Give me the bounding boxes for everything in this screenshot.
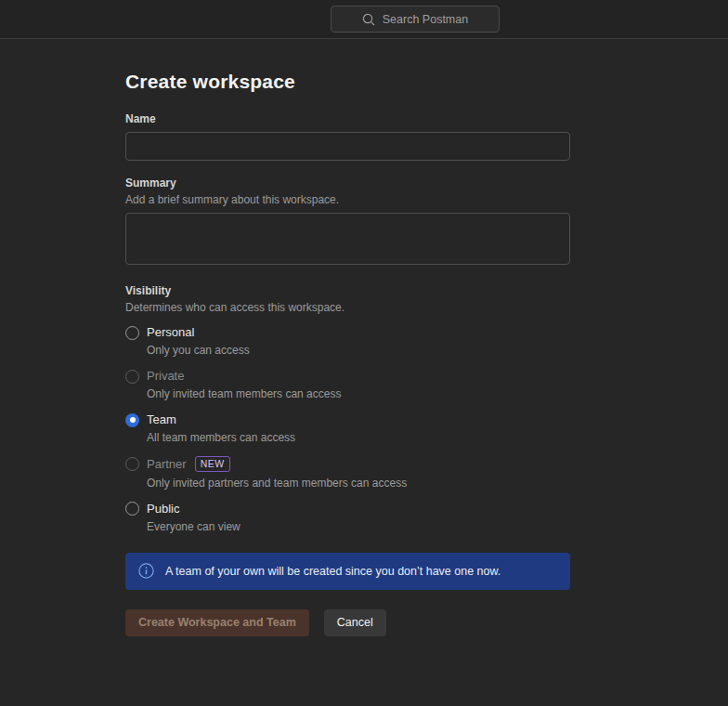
radio-private[interactable] <box>125 370 139 384</box>
name-field-block: Name <box>125 112 570 161</box>
summary-textarea[interactable] <box>125 213 570 265</box>
summary-field-block: Summary Add a brief summary about this w… <box>125 176 570 268</box>
visibility-option-private[interactable]: Private Only invited team members can ac… <box>125 369 570 400</box>
option-label-team: Team <box>147 412 176 426</box>
cancel-button[interactable]: Cancel <box>324 609 386 636</box>
banner-text: A team of your own will be created since… <box>165 565 500 578</box>
create-workspace-button[interactable]: Create Workspace and Team <box>125 609 309 636</box>
radio-partner[interactable] <box>125 457 139 471</box>
top-bar: Search Postman <box>0 0 728 39</box>
search-placeholder: Search Postman <box>383 13 468 26</box>
create-workspace-form: Create workspace Name Summary Add a brie… <box>125 71 570 636</box>
summary-help: Add a brief summary about this workspace… <box>125 193 570 206</box>
visibility-options: Personal Only you can access Private Onl… <box>125 325 570 533</box>
team-info-banner: A team of your own will be created since… <box>125 553 570 590</box>
option-label-private: Private <box>147 369 184 383</box>
visibility-help: Determines who can access this workspace… <box>125 301 570 314</box>
option-desc-private: Only invited team members can access <box>147 387 341 400</box>
visibility-label: Visibility <box>125 284 570 297</box>
search-input[interactable]: Search Postman <box>331 6 500 33</box>
info-icon <box>138 563 154 579</box>
name-input[interactable] <box>125 132 570 161</box>
summary-label: Summary <box>125 176 570 190</box>
option-desc-public: Everyone can view <box>147 520 240 533</box>
option-desc-personal: Only you can access <box>147 344 250 357</box>
page-title: Create workspace <box>125 71 570 93</box>
radio-personal[interactable] <box>125 326 139 340</box>
search-icon <box>362 13 375 26</box>
visibility-field-block: Visibility Determines who can access thi… <box>125 284 570 533</box>
form-actions: Create Workspace and Team Cancel <box>125 609 570 636</box>
option-label-partner: Partner <box>147 457 187 471</box>
radio-team[interactable] <box>125 413 139 427</box>
visibility-option-partner[interactable]: Partner NEW Only invited partners and te… <box>125 456 570 490</box>
option-desc-team: All team members can access <box>147 431 295 444</box>
visibility-option-public[interactable]: Public Everyone can view <box>125 502 570 533</box>
new-badge: NEW <box>195 456 230 472</box>
option-label-personal: Personal <box>147 325 194 339</box>
option-label-public: Public <box>147 502 179 516</box>
visibility-option-personal[interactable]: Personal Only you can access <box>125 325 570 357</box>
visibility-option-team[interactable]: Team All team members can access <box>125 412 570 444</box>
radio-public[interactable] <box>125 502 139 516</box>
option-desc-partner: Only invited partners and team members c… <box>147 477 407 490</box>
name-label: Name <box>125 112 570 125</box>
